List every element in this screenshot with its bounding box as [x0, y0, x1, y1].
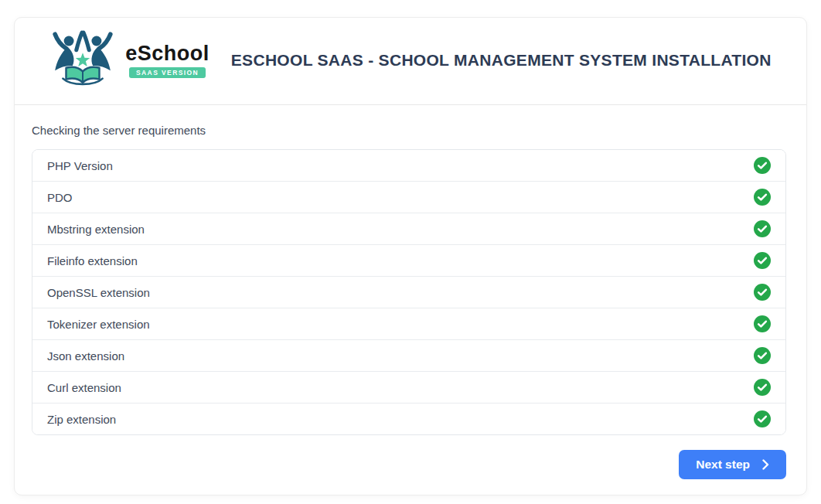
brand-logo: eSchool SAAS VERSION	[49, 30, 210, 90]
requirement-row: Curl extension	[32, 372, 785, 404]
brand-badge: SAAS VERSION	[129, 67, 206, 78]
requirement-row: Tokenizer extension	[32, 308, 785, 340]
requirement-row: Json extension	[32, 340, 785, 372]
check-circle-icon	[754, 220, 771, 237]
brand-name: eSchool	[125, 43, 210, 64]
chevron-right-icon	[762, 459, 769, 470]
requirement-row: PDO	[32, 182, 785, 213]
requirement-row: Fileinfo extension	[32, 245, 785, 277]
main-content: Checking the server requirements PHP Ver…	[15, 105, 806, 495]
requirement-row: Mbstring extension	[32, 213, 785, 245]
section-label: Checking the server requirements	[32, 124, 786, 137]
requirement-label: Fileinfo extension	[47, 254, 138, 267]
check-circle-icon	[754, 379, 771, 396]
check-circle-icon	[754, 410, 771, 427]
header: eSchool SAAS VERSION ESCHOOL SAAS - SCHO…	[15, 18, 806, 105]
requirement-label: Curl extension	[47, 381, 121, 394]
next-step-button[interactable]: Next step	[679, 450, 786, 479]
requirement-label: Json extension	[47, 349, 124, 363]
requirement-label: Zip extension	[47, 413, 116, 426]
next-step-label: Next step	[696, 458, 750, 472]
check-circle-icon	[754, 315, 771, 332]
check-circle-icon	[754, 157, 771, 174]
check-circle-icon	[754, 252, 771, 269]
requirement-row: OpenSSL extension	[32, 277, 785, 308]
check-circle-icon	[754, 284, 771, 301]
requirement-label: Mbstring extension	[47, 223, 145, 236]
people-star-book-logo-icon	[49, 30, 116, 90]
requirement-label: PHP Version	[47, 159, 113, 172]
requirements-list: PHP VersionPDOMbstring extensionFileinfo…	[32, 149, 786, 435]
check-circle-icon	[754, 347, 771, 364]
requirement-label: PDO	[47, 191, 73, 204]
requirement-label: OpenSSL extension	[47, 286, 150, 299]
requirement-row: Zip extension	[32, 404, 785, 434]
requirement-row: PHP Version	[32, 150, 785, 182]
actions-bar: Next step	[32, 450, 786, 479]
installer-card: eSchool SAAS VERSION ESCHOOL SAAS - SCHO…	[14, 17, 807, 495]
page-title: ESCHOOL SAAS - SCHOOL MANAGEMENT SYSTEM …	[231, 51, 772, 70]
check-circle-icon	[754, 189, 771, 206]
requirement-label: Tokenizer extension	[47, 318, 150, 331]
